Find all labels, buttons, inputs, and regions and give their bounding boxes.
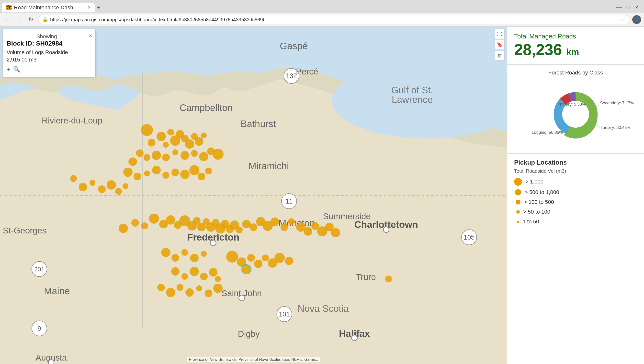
new-tab-button[interactable]: + — [97, 4, 100, 11]
chart-primary-label: Primary: 5.53% — [558, 102, 586, 107]
back-button[interactable]: ← — [3, 15, 12, 24]
log-dot[interactable] — [171, 267, 180, 276]
log-dot[interactable] — [152, 166, 160, 174]
log-dot[interactable] — [166, 215, 175, 225]
log-dot[interactable] — [162, 153, 170, 161]
popup-close-button[interactable]: × — [89, 32, 92, 39]
tab-bar: 🗺 Road Maintenance Dash × + — □ × — [0, 0, 644, 13]
svg-text:Riviere-du-Loup: Riviere-du-Loup — [42, 116, 102, 125]
log-dot[interactable] — [254, 260, 262, 268]
log-dot[interactable] — [199, 152, 208, 161]
log-dot[interactable] — [115, 188, 122, 195]
log-dot[interactable] — [131, 219, 139, 227]
map-layer-button[interactable]: ⊞ — [495, 51, 504, 61]
log-dot[interactable] — [156, 132, 166, 141]
log-dot[interactable] — [180, 170, 190, 179]
log-dot[interactable] — [144, 154, 150, 161]
log-dot[interactable] — [212, 149, 224, 160]
map-bookmark-button[interactable]: 🔖 — [495, 40, 504, 50]
svg-line-45 — [596, 124, 600, 128]
maximize-button[interactable]: □ — [624, 4, 631, 11]
log-dot[interactable] — [79, 183, 87, 191]
map-area[interactable]: 132 11 105 101 9 201 Gaspé Percé Gulf of… — [0, 27, 507, 364]
log-dot[interactable] — [128, 157, 137, 166]
tab-close-button[interactable]: × — [88, 5, 91, 10]
log-dot[interactable] — [141, 222, 148, 229]
legend-label-100-500: > 100 to 500 — [524, 199, 554, 205]
log-dot[interactable] — [190, 254, 198, 262]
log-dot[interactable] — [226, 251, 238, 263]
minimize-button[interactable]: — — [616, 4, 622, 11]
log-dot[interactable] — [107, 180, 116, 190]
forward-button[interactable]: → — [15, 15, 24, 24]
log-dot[interactable] — [331, 228, 340, 237]
app-container: 132 11 105 101 9 201 Gaspé Percé Gulf of… — [0, 27, 644, 364]
refresh-button[interactable]: ↻ — [26, 15, 35, 24]
log-dot[interactable] — [123, 167, 132, 177]
user-avatar[interactable]: 👤 — [632, 15, 641, 24]
legend-dot-small — [517, 221, 519, 223]
log-dot[interactable] — [196, 285, 202, 291]
log-dot[interactable] — [166, 288, 175, 297]
log-dot[interactable] — [213, 284, 222, 293]
log-dot[interactable] — [141, 124, 152, 136]
svg-text:Miramichi: Miramichi — [248, 161, 289, 171]
log-dot[interactable] — [157, 284, 165, 291]
svg-text:201: 201 — [34, 266, 44, 273]
log-dot[interactable] — [285, 257, 293, 265]
log-dot[interactable] — [90, 180, 96, 186]
popup-zoom-in-button[interactable]: + — [6, 66, 10, 73]
log-dot[interactable] — [262, 255, 269, 261]
address-bar[interactable]: 🔒 https://jdi.maps.arcgis.com/apps/opsda… — [38, 15, 629, 24]
log-dot[interactable] — [288, 218, 295, 225]
log-dot[interactable] — [201, 251, 207, 257]
legend-item: > 500 to 1,000 — [514, 189, 637, 196]
log-dot[interactable] — [385, 276, 392, 282]
log-dot[interactable] — [176, 284, 184, 291]
log-dot[interactable] — [172, 168, 179, 176]
svg-text:Maine: Maine — [44, 286, 70, 296]
log-dot[interactable] — [170, 135, 180, 145]
log-dot[interactable] — [161, 248, 170, 257]
log-dot[interactable] — [98, 186, 106, 193]
log-dot[interactable] — [274, 253, 284, 263]
svg-text:101: 101 — [279, 310, 290, 318]
legend-item: > 100 to 500 — [514, 199, 637, 205]
log-dot[interactable] — [195, 137, 203, 145]
log-dot[interactable] — [190, 267, 199, 276]
log-dot[interactable] — [280, 223, 288, 231]
log-dot[interactable] — [200, 273, 208, 280]
log-dot[interactable] — [205, 290, 212, 297]
address-bar-row: ← → ↻ 🔒 https://jdi.maps.arcgis.com/apps… — [0, 13, 644, 27]
log-dot[interactable] — [70, 175, 77, 182]
log-dot[interactable] — [198, 173, 205, 180]
legend-subtitle: Total Roadside Vol (m3) — [514, 168, 637, 174]
close-button[interactable]: × — [633, 4, 640, 11]
map-expand-button[interactable]: ⛶ — [495, 29, 504, 39]
log-dot[interactable] — [270, 218, 279, 226]
log-dot[interactable] — [209, 268, 218, 276]
log-dot[interactable] — [250, 223, 257, 231]
log-dot[interactable] — [119, 224, 128, 233]
log-dot[interactable] — [185, 139, 194, 149]
popup-zoom-search-button[interactable]: 🔍 — [13, 66, 20, 73]
popup-tools: + 🔍 — [6, 66, 91, 73]
log-dot[interactable] — [162, 172, 169, 179]
log-dot[interactable] — [236, 227, 243, 233]
log-dot[interactable] — [242, 265, 250, 273]
log-dot[interactable] — [205, 167, 212, 174]
log-dot[interactable] — [144, 170, 150, 176]
log-dot[interactable] — [242, 220, 250, 228]
active-tab[interactable]: 🗺 Road Maintenance Dash × — [2, 3, 95, 12]
log-dot[interactable] — [189, 165, 199, 175]
log-dot[interactable] — [191, 150, 198, 157]
legend-dot-small-medium — [516, 210, 520, 214]
bookmark-star-icon[interactable]: ☆ — [621, 17, 625, 23]
log-dot[interactable] — [304, 227, 312, 235]
svg-text:105: 105 — [464, 233, 474, 241]
log-dot[interactable] — [180, 151, 189, 159]
svg-text:Percé: Percé — [296, 67, 318, 76]
svg-text:132: 132 — [286, 72, 297, 80]
popup-block-id: Block ID: SH02984 — [6, 40, 91, 47]
legend-item: > 50 to 100 — [514, 209, 637, 215]
